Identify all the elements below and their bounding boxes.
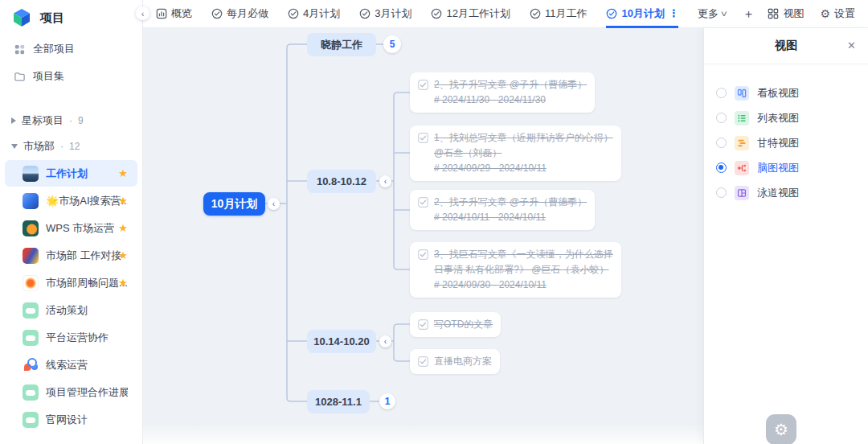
view-option-mindmap[interactable]: 脑图视图 [704,155,868,180]
tab-menu-icon[interactable]: ⋮ [669,7,678,19]
project-thumbnail-icon [23,384,39,401]
add-tab-button[interactable]: ＋ [743,6,755,22]
chevron-left-icon: ‹ [384,177,387,186]
sidebar-project-weekly-issues[interactable]: 市场部周畅问题... ★ [5,269,137,296]
sidebar-item-label: 项目集 [33,69,64,84]
sidebar-collapse-button[interactable]: ‹ [136,6,149,20]
task-title: 写OTD的文章 [434,317,493,332]
task-dates: # 2024/11/30 - 2024/11/30 [434,92,587,108]
sidebar-group-marketing[interactable]: 市场部 · 12 [0,134,142,159]
project-thumbnail-icon [23,275,39,291]
task-card[interactable]: 2、找子升写文章 @子升（曹德季） # 2024/11/30 - 2024/11… [410,72,595,113]
sidebar-project-work-plan[interactable]: 工作计划 ★ [5,160,137,187]
branch-collapse-button[interactable]: ‹ [379,175,391,187]
chart-icon [156,8,167,19]
tab-november-work[interactable]: 11月工作 [530,0,588,28]
sidebar-group-starred[interactable]: 星标项目 · 9 [0,108,142,134]
branch-count-badge[interactable]: 1 [379,393,395,409]
task-title: 3、找巨石写文章《一文读懂，为什么选择 [434,247,613,262]
task-dates: # 2024/09/29 - 2024/10/11 [434,161,613,176]
tab-april-plan[interactable]: 4月计划 [288,0,340,28]
app-logo-row: 项目 [0,0,142,35]
view-option-gantt[interactable]: 甘特视图 [704,130,868,155]
task-card[interactable]: 写OTD的文章 [410,312,501,337]
gear-icon: ⚙ [820,7,830,20]
chevron-right-icon [11,117,16,124]
branch-count-badge[interactable]: 5 [383,35,401,53]
checkbox-checked-icon[interactable] [418,319,428,330]
task-card[interactable]: 1、找刘总写文章（近期拜访客户的心得） @石叁（刘磊） # 2024/09/29… [410,125,621,181]
checkbox-checked-icon[interactable] [418,80,428,90]
tab-december-plan[interactable]: 12月工作计划 [431,0,510,28]
list-view-icon [735,111,749,125]
branch-collapse-button[interactable]: ‹ [379,335,391,347]
sidebar-project-event-planning[interactable]: 活动策划 [5,297,137,323]
sidebar-item-project-sets[interactable]: 项目集 [0,63,142,90]
sidebar: 项目 全部项目 项目集 星标项目 · 9 市场部 · [0,0,143,444]
tab-october-plan[interactable]: 10月计划 ⋮ [606,0,678,28]
branch-node-week3[interactable]: 1028-11.1 [307,390,370,413]
project-thumbnail-icon [23,302,39,319]
checkbox-checked-icon[interactable] [418,197,428,208]
root-collapse-button[interactable]: ‹ [268,198,280,210]
tab-overview[interactable]: 概览 [156,0,192,28]
star-icon[interactable]: ★ [118,249,128,261]
task-card[interactable]: 直播电商方案 [410,349,500,374]
sidebar-project-work-connect[interactable]: 市场部 工作对接 ★ [5,242,137,269]
task-card[interactable]: 2、找子升写文章 @子升（曹德季） # 2024/10/11 - 2024/10… [410,190,595,230]
view-option-kanban[interactable]: 看板视图 [704,80,868,105]
sidebar-item-label: 全部项目 [33,42,75,56]
swimlane-view-icon [735,186,749,200]
view-panel: 视图 ✕ 看板视图 [703,28,868,444]
task-assignee: @石叁（刘磊） [434,146,613,161]
mindmap-root-node[interactable]: 10月计划 [203,192,265,216]
radio-icon[interactable] [716,88,727,98]
sidebar-project-wps-ops[interactable]: WPS 市场运营 ★ [5,215,137,241]
view-option-swimlane[interactable]: 泳道视图 [704,180,868,205]
sidebar-project-platform-ops[interactable]: 平台运营协作 [5,324,137,351]
group-count: 9 [78,115,84,126]
checkbox-checked-icon[interactable] [418,133,428,143]
star-icon[interactable]: ★ [118,277,128,289]
star-icon[interactable]: ★ [118,195,128,207]
group-count: 12 [69,141,80,152]
sidebar-project-ai-search[interactable]: 🌟市场AI搜索营... ★ [5,187,137,214]
radio-icon[interactable] [716,138,727,148]
star-icon[interactable]: ★ [118,167,128,179]
close-icon[interactable]: ✕ [847,39,856,51]
sidebar-item-all-projects[interactable]: 全部项目 [0,35,142,63]
view-option-list[interactable]: 列表视图 [704,105,868,130]
task-card[interactable]: 3、找巨石写文章《一文读懂，为什么选择 日事清 私有化部署?》 @巨石（袁小蛟）… [410,242,621,298]
gantt-view-icon [735,136,749,150]
more-tabs-button[interactable]: 更多 ˅ [698,6,727,21]
tab-monthly-must[interactable]: 每月必做 [211,0,268,28]
sidebar-project-leads-ops[interactable]: 线索运营 [5,352,137,378]
mindmap-canvas[interactable]: 10月计划 ‹ 晓静工作 5 10.8-10.12 ‹ 2、找子升写文章 @子升… [143,28,703,444]
canvas-settings-button[interactable]: ⚙ [766,414,796,444]
star-icon[interactable]: ★ [118,222,128,234]
checkbox-checked-icon[interactable] [418,356,428,367]
topbar: 概览 每月必做 4月计划 3 [143,0,868,28]
branch-node-xiaojing[interactable]: 晓静工作 [307,33,376,56]
task-dates: # 2024/09/30 - 2024/10/11 [434,278,613,293]
view-button[interactable]: 视图 [768,6,804,21]
check-circle-icon [431,8,442,19]
tab-bar: 概览 每月必做 4月计划 3 [156,0,698,28]
check-circle-icon [359,8,371,19]
radio-selected-icon[interactable] [716,162,727,173]
branch-node-week2[interactable]: 10.14-10.20 [307,330,376,353]
checkbox-checked-icon[interactable] [418,249,428,260]
check-circle-icon [606,8,617,19]
radio-icon[interactable] [716,187,727,198]
mindmap-view-icon [735,161,749,175]
task-title: 直播电商方案 [434,354,492,369]
sidebar-project-website-design[interactable]: 官网设计 [5,406,137,433]
sidebar-project-pm-progress[interactable]: 项目管理合作进展 [5,379,137,405]
radio-icon[interactable] [716,113,727,123]
settings-button[interactable]: ⚙ 设置 [820,6,855,21]
task-title: 2、找子升写文章 @子升（曹德季） [434,195,587,210]
branch-node-week1[interactable]: 10.8-10.12 [307,170,376,193]
group-label: 市场部 [23,139,55,154]
tab-march-plan[interactable]: 3月计划 [359,0,411,28]
topbar-actions: 视图 ⚙ 设置 [768,6,855,21]
